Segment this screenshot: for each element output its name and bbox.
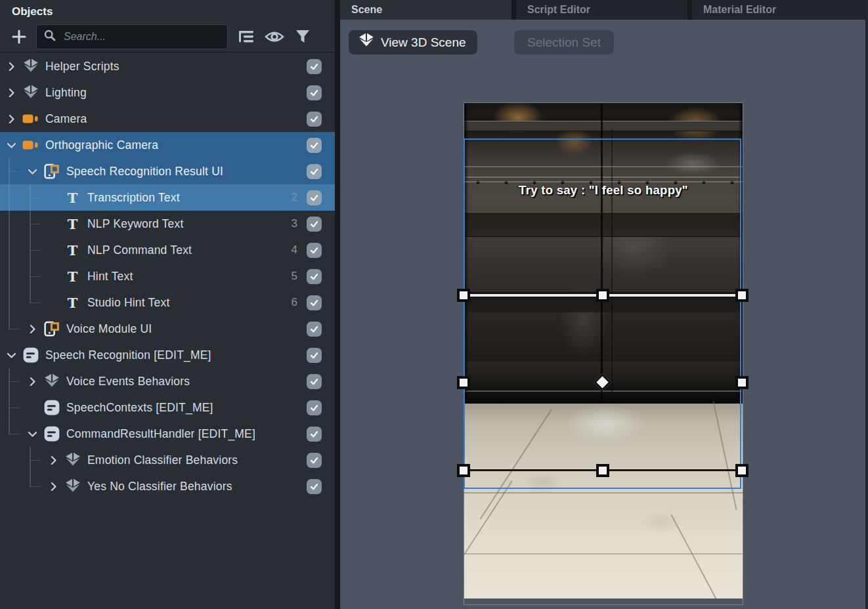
object-label: Speech Recognition Result UI — [66, 165, 283, 178]
add-object-icon[interactable] — [11, 29, 28, 45]
view-3d-scene-button[interactable]: View 3D Scene — [349, 30, 477, 54]
tree-row-emotion-classifier-behaviors[interactable]: Emotion Classifier Behaviors — [0, 447, 335, 473]
tree-row-nlp-keyword-text[interactable]: TNLP Keyword Text3 — [0, 211, 335, 237]
enabled-checkbox[interactable] — [307, 59, 322, 74]
chevron-spacer — [47, 270, 59, 283]
resize-handle[interactable] — [735, 289, 749, 302]
screen-icon — [43, 320, 60, 338]
editor-tabbar: Scene Script Editor Material Editor — [340, 0, 865, 20]
tab-material-editor[interactable]: Material Editor — [692, 0, 865, 20]
tree-row-camera[interactable]: Camera — [0, 106, 335, 132]
screen-icon — [43, 163, 60, 180]
enabled-checkbox[interactable] — [307, 295, 322, 310]
enabled-checkbox[interactable] — [307, 190, 322, 205]
tree-row-yes-no-classifier-behaviors[interactable]: Yes No Classifier Behaviors — [0, 473, 335, 499]
render-order-number: 6 — [283, 296, 297, 309]
tree-row-commandresulthandler-edit-me[interactable]: CommandResultHandler [EDIT_ME] — [0, 421, 335, 447]
selection-set-button[interactable]: Selection Set — [514, 30, 614, 54]
object-tree: Helper Scripts Lighting Camera Orthograp… — [0, 53, 335, 499]
search-box[interactable] — [36, 24, 228, 49]
object-label: NLP Command Text — [87, 243, 283, 257]
enabled-checkbox[interactable] — [307, 112, 322, 127]
objects-toolbar — [0, 21, 335, 52]
tree-row-speechcontexts-edit-me[interactable]: SpeechContexts [EDIT_ME] — [0, 394, 335, 421]
view-3d-scene-label: View 3D Scene — [381, 35, 466, 50]
enabled-checkbox[interactable] — [307, 164, 322, 179]
camera-icon — [22, 136, 39, 154]
resize-handle[interactable] — [457, 464, 470, 477]
enabled-checkbox[interactable] — [307, 85, 322, 100]
resize-handle[interactable] — [735, 464, 749, 477]
object-label: Speech Recognition [EDIT_ME] — [45, 348, 283, 362]
text-icon: T — [64, 189, 81, 207]
tab-script-editor[interactable]: Script Editor — [516, 0, 687, 20]
tree-row-nlp-command-text[interactable]: TNLP Command Text4 — [0, 237, 335, 263]
tree-row-orthographic-camera[interactable]: Orthographic Camera — [0, 132, 335, 158]
object-label: Camera — [45, 112, 283, 126]
camera-icon — [22, 110, 39, 128]
text-icon: T — [64, 242, 81, 259]
tree-row-transcription-text[interactable]: TTranscription Text2 — [0, 184, 335, 211]
object-label: Yes No Classifier Behaviors — [87, 480, 283, 494]
object-label: SpeechContexts [EDIT_ME] — [66, 401, 283, 415]
cube-icon — [22, 84, 39, 102]
object-label: Hint Text — [87, 270, 283, 284]
editor-panel: Scene Script Editor Material Editor View… — [340, 0, 868, 609]
chevron-right-icon[interactable] — [47, 453, 59, 467]
chevron-down-icon[interactable] — [26, 427, 38, 440]
object-label: Helper Scripts — [45, 60, 283, 74]
chevron-right-icon[interactable] — [26, 375, 38, 388]
resize-handle[interactable] — [457, 376, 470, 389]
enabled-checkbox[interactable] — [307, 479, 322, 494]
chevron-down-icon[interactable] — [26, 165, 38, 178]
enabled-checkbox[interactable] — [307, 400, 322, 415]
resize-handle[interactable] — [735, 376, 749, 389]
tree-row-speech-recognition-edit-me[interactable]: Speech Recognition [EDIT_ME] — [0, 342, 335, 368]
tree-row-lighting[interactable]: Lighting — [0, 79, 335, 106]
camera-preview-frame: Try to say : "I feel so happy" — [464, 102, 743, 605]
search-input[interactable] — [62, 30, 221, 43]
hint-caption: Try to say : "I feel so happy" — [464, 183, 743, 198]
resize-handle[interactable] — [457, 289, 470, 302]
enabled-checkbox[interactable] — [307, 374, 322, 389]
chevron-right-icon[interactable] — [47, 480, 59, 493]
resize-handle[interactable] — [596, 464, 609, 477]
enabled-checkbox[interactable] — [307, 453, 322, 468]
enabled-checkbox[interactable] — [307, 348, 322, 363]
text-icon: T — [64, 215, 81, 233]
enabled-checkbox[interactable] — [307, 138, 322, 153]
object-label: Emotion Classifier Behaviors — [87, 453, 283, 467]
chevron-right-icon[interactable] — [5, 60, 17, 73]
camera-feed-image: Try to say : "I feel so happy" — [464, 103, 743, 598]
chevron-right-icon[interactable] — [5, 86, 17, 99]
object-label: CommandResultHandler [EDIT_ME] — [66, 427, 283, 441]
chevron-down-icon[interactable] — [5, 348, 17, 362]
tree-row-hint-text[interactable]: THint Text5 — [0, 263, 335, 289]
filter-icon[interactable] — [293, 29, 313, 45]
tab-scene[interactable]: Scene — [340, 0, 511, 20]
enabled-checkbox[interactable] — [307, 427, 322, 442]
script-icon — [22, 346, 39, 364]
object-label: Studio Hint Text — [87, 296, 283, 310]
panel-resize-divider[interactable] — [335, 0, 340, 609]
tree-row-voice-module-ui[interactable]: Voice Module UI — [0, 316, 335, 342]
search-icon — [43, 29, 56, 45]
tree-row-helper-scripts[interactable]: Helper Scripts — [0, 53, 335, 79]
hierarchy-view-icon[interactable] — [236, 29, 256, 45]
resize-handle[interactable] — [596, 289, 609, 302]
chevron-spacer — [47, 243, 59, 257]
enabled-checkbox[interactable] — [307, 217, 322, 232]
chevron-right-icon[interactable] — [26, 322, 38, 335]
enabled-checkbox[interactable] — [307, 269, 322, 284]
visibility-eye-icon[interactable] — [265, 30, 284, 44]
chevron-down-icon[interactable] — [5, 138, 17, 152]
cube-icon — [358, 32, 375, 52]
cube-icon — [64, 478, 81, 495]
tree-row-voice-events-behaviors[interactable]: Voice Events Behaviors — [0, 368, 335, 394]
tree-row-studio-hint-text[interactable]: TStudio Hint Text6 — [0, 289, 335, 316]
tree-row-speech-recognition-result-ui[interactable]: Speech Recognition Result UI — [0, 158, 335, 184]
render-order-number: 2 — [283, 191, 297, 204]
chevron-right-icon[interactable] — [5, 112, 17, 125]
enabled-checkbox[interactable] — [307, 243, 322, 258]
enabled-checkbox[interactable] — [307, 322, 322, 337]
